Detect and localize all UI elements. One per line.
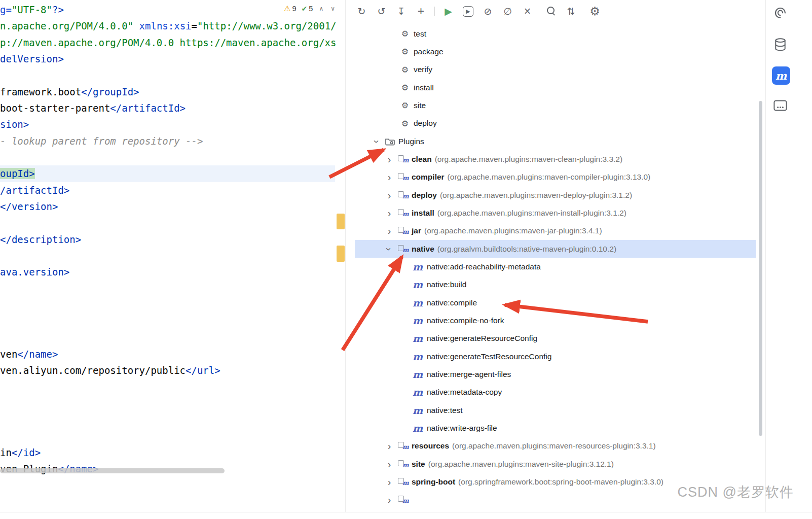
chevron-right-icon[interactable]: ›	[383, 459, 396, 469]
maven-tool-button[interactable]: m	[772, 66, 790, 85]
database-icon[interactable]	[774, 38, 812, 53]
tree-row[interactable]: mnative:compile	[346, 294, 765, 312]
collapse-all-icon[interactable]: ⇅	[564, 4, 578, 19]
code-line[interactable]: ven</name>	[0, 346, 345, 362]
watermark: CSDN @老罗软件	[678, 483, 794, 501]
code-line[interactable]: p://maven.apache.org/POM/4.0.0 https://m…	[0, 34, 345, 51]
code-line[interactable]	[0, 67, 345, 83]
editor-pane[interactable]: g="UTF-8"?>n.apache.org/POM/4.0.0" xmlns…	[0, 0, 346, 512]
code-area[interactable]: g="UTF-8"?>n.apache.org/POM/4.0.0" xmlns…	[0, 2, 345, 477]
horizontal-scrollbar[interactable]	[0, 468, 225, 473]
code-line[interactable]	[0, 428, 345, 444]
tree-item-label: site	[414, 101, 426, 110]
run-icon[interactable]: ▶	[441, 4, 456, 19]
gear-icon: ⚙	[399, 65, 411, 75]
tree-row[interactable]: ⚙verify	[346, 61, 765, 79]
offline-mode-icon[interactable]: ⊘	[481, 4, 495, 19]
tree-row[interactable]: mnative:compile-no-fork	[346, 312, 765, 329]
tree-row[interactable]: ›mclean(org.apache.maven.plugins:maven-c…	[346, 150, 765, 168]
next-problem-icon[interactable]: ∨	[329, 5, 336, 12]
code-line[interactable]	[0, 215, 345, 231]
chevron-down-icon[interactable]: ›	[384, 243, 394, 256]
tree-row[interactable]: mnative:generateResourceConfig	[346, 330, 765, 348]
code-line[interactable]: /artifactId>	[0, 182, 345, 198]
chevron-right-icon[interactable]: ›	[383, 477, 396, 487]
code-line[interactable]	[0, 395, 345, 411]
maven-plugin-icon: m	[396, 477, 409, 487]
tree-row[interactable]: mnative:write-args-file	[346, 419, 765, 437]
code-line[interactable]	[0, 297, 345, 313]
tree-row[interactable]: ⚙package	[346, 43, 765, 60]
code-line[interactable]: ava.version>	[0, 264, 345, 280]
tree-row[interactable]: mnative:build	[346, 276, 765, 294]
close-icon[interactable]: ×	[520, 4, 535, 19]
notifications-icon[interactable]	[773, 6, 812, 22]
tree-row[interactable]: ⚙site	[346, 96, 765, 114]
code-token: ava.version>	[0, 266, 69, 278]
code-line[interactable]: </version>	[0, 198, 345, 215]
tree-row[interactable]: mnative:test	[346, 401, 765, 419]
sync-icon[interactable]: ↻	[354, 4, 369, 19]
tree-row[interactable]: mnative:merge-agent-files	[346, 365, 765, 383]
code-line[interactable]	[0, 149, 345, 165]
settings-icon[interactable]: ⚙	[587, 4, 602, 19]
tree-row[interactable]: ⚙deploy	[346, 115, 765, 132]
add-run-configuration-icon[interactable]: +	[414, 4, 428, 19]
tree-row[interactable]: mnative:generateTestResourceConfig	[346, 348, 765, 365]
maven-plugin-icon: m	[396, 441, 409, 451]
code-line[interactable]: n.apache.org/POM/4.0.0" xmlns:xsi="http:…	[0, 18, 345, 34]
inspections-widget[interactable]: ⚠9 ✔5 ∧ ∨	[281, 3, 339, 14]
warnings-indicator[interactable]: ⚠9	[284, 4, 297, 13]
tree-row[interactable]: ›mnative(org.graalvm.buildtools:native-m…	[346, 240, 765, 258]
chevron-right-icon[interactable]: ›	[383, 208, 396, 218]
tree-row[interactable]: ›Plugins	[346, 132, 765, 150]
warning-stripe-mark[interactable]	[337, 246, 345, 262]
code-line[interactable]: delVersion>	[0, 51, 345, 67]
execute-goal-icon[interactable]: ▶	[463, 6, 473, 17]
vertical-scrollbar[interactable]	[759, 101, 762, 436]
code-line[interactable]: </description>	[0, 231, 345, 248]
tree-row[interactable]: ›mresources(org.apache.maven.plugins:mav…	[346, 437, 765, 455]
chevron-right-icon[interactable]: ›	[383, 154, 396, 164]
previous-problem-icon[interactable]: ∧	[318, 5, 324, 12]
search-icon[interactable]	[544, 4, 559, 19]
warning-stripe-mark[interactable]	[337, 214, 345, 229]
tree-row[interactable]: ›mcompiler(org.apache.maven.plugins:mave…	[346, 168, 765, 186]
chevron-right-icon[interactable]: ›	[383, 172, 396, 182]
code-line[interactable]: framework.boot</groupId>	[0, 84, 345, 100]
code-line[interactable]	[0, 411, 345, 428]
code-token	[133, 20, 139, 31]
download-sources-icon[interactable]: ↧	[394, 4, 409, 19]
code-line[interactable]	[0, 281, 345, 297]
tree-row[interactable]: ›mjar(org.apache.maven.plugins:maven-jar…	[346, 222, 765, 240]
code-line[interactable]	[0, 248, 345, 264]
plugin-coordinates: (org.apache.maven.plugins:maven-compiler…	[448, 172, 651, 182]
code-token: /artifactId>	[0, 185, 69, 196]
tree-row[interactable]: ⚙test	[346, 25, 765, 43]
code-line[interactable]: sion>	[0, 116, 345, 132]
tree-row[interactable]: mnative:metadata-copy	[346, 384, 765, 401]
code-line[interactable]	[0, 313, 345, 329]
chevron-right-icon[interactable]: ›	[383, 495, 396, 505]
code-line[interactable]: - lookup parent from repository -->	[0, 133, 345, 149]
chevron-down-icon[interactable]: ›	[372, 135, 382, 148]
code-line[interactable]: oupId>	[0, 165, 335, 182]
code-line[interactable]	[0, 379, 345, 395]
code-line[interactable]: ven.aliyun.com/repository/public</url>	[0, 362, 345, 378]
tree-row[interactable]: mnative:add-reachability-metadata	[346, 258, 765, 275]
skip-tests-icon[interactable]: ∅	[500, 4, 515, 19]
maven-toolbar: ↻↺↧+▶▶⊘∅×⇅⚙	[346, 0, 765, 23]
tree-row[interactable]: ›mdeploy(org.apache.maven.plugins:maven-…	[346, 186, 765, 204]
tree-row[interactable]: ›minstall(org.apache.maven.plugins:maven…	[346, 204, 765, 222]
chevron-right-icon[interactable]: ›	[383, 190, 396, 200]
tree-row[interactable]: ›msite(org.apache.maven.plugins:maven-si…	[346, 455, 765, 473]
passed-indicator[interactable]: ✔5	[302, 5, 313, 13]
chevron-right-icon[interactable]: ›	[383, 226, 396, 236]
code-line[interactable]	[0, 330, 345, 346]
chevron-right-icon[interactable]: ›	[383, 441, 396, 451]
tree-row[interactable]: ⚙install	[346, 79, 765, 96]
generate-sources-icon[interactable]: ↺	[374, 4, 389, 19]
code-line[interactable]: in</id>	[0, 444, 345, 461]
documentation-icon[interactable]	[773, 100, 812, 113]
code-line[interactable]: boot-starter-parent</artifactId>	[0, 100, 345, 116]
